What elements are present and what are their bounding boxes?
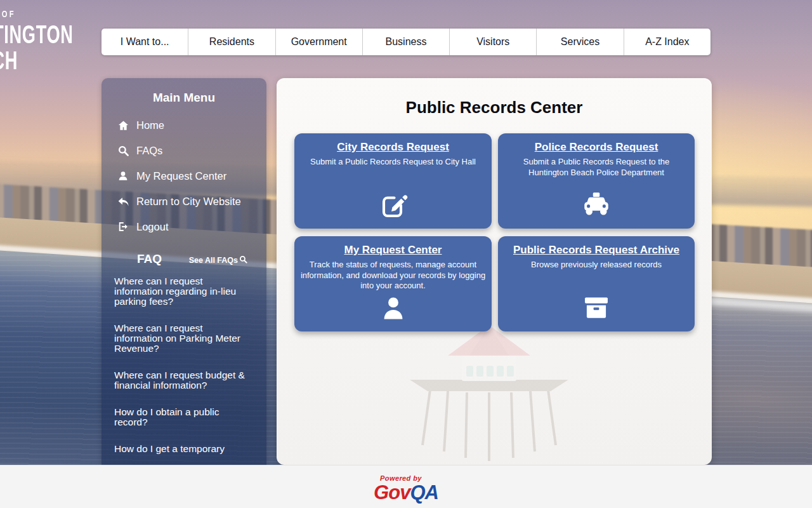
reply-icon xyxy=(117,195,129,208)
sidebar-item-return-to-city-website[interactable]: Return to City Website xyxy=(102,189,266,214)
sidebar-item-faqs[interactable]: FAQs xyxy=(102,138,266,163)
city-logo-line1: CITY OF xyxy=(0,9,76,19)
faq-title: FAQ xyxy=(137,252,162,266)
main-panel: Public Records Center City Records Reque… xyxy=(277,78,712,465)
faq-link[interactable]: Where can I request budget & financial i… xyxy=(114,370,247,391)
top-nav: I Want to... Residents Government Busine… xyxy=(102,29,710,55)
public-records-archive-card[interactable]: Public Records Request Archive Browse pr… xyxy=(498,236,695,331)
sidebar-item-my-request-center[interactable]: My Request Center xyxy=(102,163,266,189)
logout-icon xyxy=(117,220,129,233)
page-title: Public Records Center xyxy=(277,98,712,117)
footer: Powered by GovQA xyxy=(0,465,812,508)
nav-item-i-want-to[interactable]: I Want to... xyxy=(102,29,188,55)
nav-item-services[interactable]: Services xyxy=(537,29,624,55)
faq-link[interactable]: How do I obtain a public record? xyxy=(114,407,247,427)
card-description: Submit a Public Records Request to the H… xyxy=(503,157,690,178)
faq-link[interactable]: Where can I request information regardin… xyxy=(114,276,247,307)
main-menu: Home FAQs My Request Center Return to Ci… xyxy=(102,112,266,239)
sidebar-item-label: Return to City Website xyxy=(136,196,241,208)
faq-list: Where can I request information regardin… xyxy=(102,276,266,454)
faq-header: FAQ See All FAQs xyxy=(121,252,247,266)
person-icon xyxy=(379,295,407,323)
card-description: Submit a Public Records Request to City … xyxy=(310,157,476,168)
see-all-faqs-link[interactable]: See All FAQs xyxy=(189,255,247,265)
sidebar-item-logout[interactable]: Logout xyxy=(102,214,266,239)
city-records-request-card[interactable]: City Records Request Submit a Public Rec… xyxy=(294,133,492,229)
nav-item-az-index[interactable]: A-Z Index xyxy=(624,29,710,55)
sidebar: Main Menu Home FAQs My Request Center xyxy=(102,78,266,465)
public-records-archive-link[interactable]: Public Records Request Archive xyxy=(513,244,679,257)
faq-link[interactable]: How do I get a temporary xyxy=(114,444,247,454)
sidebar-item-home[interactable]: Home xyxy=(102,112,266,138)
sidebar-item-label: My Request Center xyxy=(136,170,226,182)
govqa-brand-gov: Gov xyxy=(374,481,410,504)
home-icon xyxy=(117,119,129,131)
archive-box-icon xyxy=(582,293,611,323)
records-cards-grid: City Records Request Submit a Public Rec… xyxy=(294,133,694,331)
user-icon xyxy=(117,170,129,182)
nav-item-residents[interactable]: Residents xyxy=(188,29,275,55)
sidebar-item-label: FAQs xyxy=(136,145,162,157)
police-records-request-card[interactable]: Police Records Request Submit a Public R… xyxy=(498,133,695,229)
police-car-icon xyxy=(580,189,613,220)
nav-item-government[interactable]: Government xyxy=(276,29,363,55)
govqa-brand-qa: QA xyxy=(410,481,438,504)
govqa-logo[interactable]: Powered by GovQA xyxy=(374,472,438,502)
city-logo-line3: BEACH xyxy=(0,48,58,74)
page: CITY OF HUNTINGTON BEACH I Want to... Re… xyxy=(0,0,812,508)
city-logo: CITY OF HUNTINGTON BEACH xyxy=(0,9,107,74)
city-records-request-link[interactable]: City Records Request xyxy=(337,141,449,154)
edit-icon xyxy=(378,189,409,220)
faq-link[interactable]: Where can I request information on Parki… xyxy=(114,323,247,354)
police-records-request-link[interactable]: Police Records Request xyxy=(535,141,658,154)
nav-item-visitors[interactable]: Visitors xyxy=(450,29,537,55)
card-description: Track the status of requests, manage acc… xyxy=(299,260,487,291)
main-menu-title: Main Menu xyxy=(102,91,266,105)
search-icon xyxy=(239,255,247,265)
sidebar-item-label: Logout xyxy=(136,221,168,233)
my-request-center-link[interactable]: My Request Center xyxy=(344,244,442,257)
see-all-faqs-label: See All FAQs xyxy=(189,256,238,265)
sidebar-item-label: Home xyxy=(136,119,164,131)
govqa-brand: GovQA xyxy=(374,483,438,502)
card-description: Browse previously released records xyxy=(531,260,662,271)
pier-watermark xyxy=(403,321,575,465)
search-icon xyxy=(117,144,129,157)
my-request-center-card[interactable]: My Request Center Track the status of re… xyxy=(294,236,492,331)
nav-item-business[interactable]: Business xyxy=(363,29,450,55)
city-logo-line2: HUNTINGTON xyxy=(0,22,58,48)
